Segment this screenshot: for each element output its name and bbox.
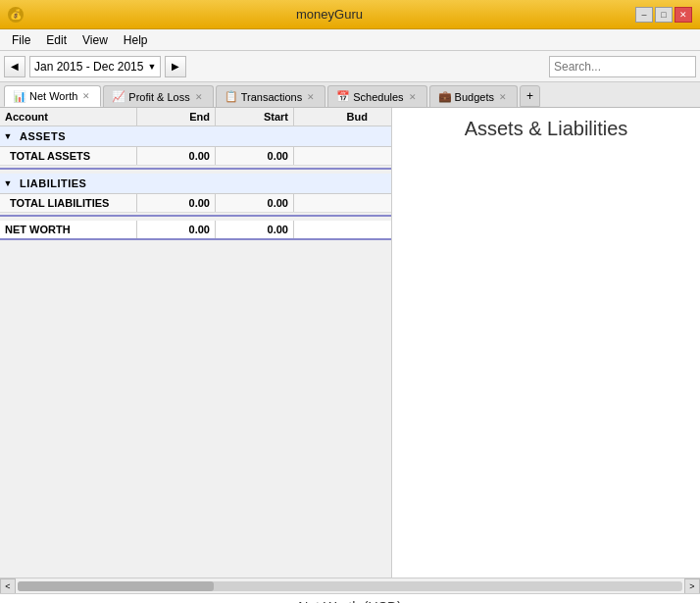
budgets-tab-label: Budgets (455, 91, 494, 103)
scroll-track[interactable] (18, 581, 682, 591)
profit-loss-tab-icon: 📈 (112, 90, 125, 103)
assets-section-header: ▼ ASSETS (0, 126, 391, 147)
profit-loss-tab-label: Profit & Loss (128, 91, 189, 103)
date-range-select[interactable]: Jan 2015 - Dec 2015 ▼ (29, 56, 161, 77)
total-liabilities-label: TOTAL LIABILITIES (0, 194, 137, 212)
total-liabilities-budget (294, 194, 373, 212)
app-icon: 💰 (8, 7, 24, 23)
col-header-budget: Bud (294, 108, 373, 126)
profit-loss-tab-close[interactable]: ✕ (193, 91, 205, 103)
window-controls: – □ ✕ (635, 7, 692, 23)
table-header: Account End Start Bud (0, 108, 391, 126)
total-assets-end: 0.00 (137, 147, 216, 165)
next-period-button[interactable]: ▶ (165, 56, 186, 77)
total-assets-budget (294, 147, 373, 165)
liabilities-underline (0, 213, 391, 217)
tab-net-worth[interactable]: 📊 Net Worth ✕ (4, 85, 101, 107)
schedules-tab-label: Schedules (353, 91, 403, 103)
menu-help[interactable]: Help (116, 31, 156, 49)
toolbar: ◀ Jan 2015 - Dec 2015 ▼ ▶ (0, 51, 700, 82)
add-tab-button[interactable]: + (520, 85, 540, 107)
net-worth-end: 0.00 (137, 221, 216, 238)
search-input[interactable] (554, 60, 691, 74)
budgets-tab-icon: 💼 (438, 90, 452, 103)
assets-underline (0, 166, 391, 170)
schedules-tab-close[interactable]: ✕ (407, 91, 419, 103)
total-assets-label: TOTAL ASSETS (0, 147, 137, 165)
dropdown-arrow-icon: ▼ (147, 62, 160, 72)
assets-expand-icon[interactable]: ▼ (0, 128, 16, 144)
menu-edit[interactable]: Edit (38, 31, 75, 49)
assets-section-label: ASSETS (16, 129, 70, 143)
chart-area: Net Worth (USD) 100 80 60 40 20 0 Jan (0, 593, 700, 603)
col-header-account: Account (0, 108, 137, 126)
minimize-button[interactable]: – (635, 7, 653, 23)
net-worth-label: NET WORTH (0, 221, 137, 238)
net-worth-row: NET WORTH 0.00 0.00 (0, 221, 391, 240)
maximize-button[interactable]: □ (655, 7, 673, 23)
net-worth-start: 0.00 (216, 221, 294, 238)
col-header-end: End (137, 108, 216, 126)
close-button[interactable]: ✕ (675, 7, 692, 23)
tab-profit-loss[interactable]: 📈 Profit & Loss ✕ (103, 85, 213, 107)
net-worth-tab-label: Net Worth (29, 90, 77, 102)
date-range-label: Jan 2015 - Dec 2015 (30, 60, 147, 74)
liabilities-expand-icon[interactable]: ▼ (0, 176, 16, 191)
scroll-right-button[interactable]: > (684, 578, 700, 594)
budgets-tab-close[interactable]: ✕ (497, 91, 509, 103)
search-box[interactable] (549, 56, 696, 77)
scrollbar-area: < > (0, 578, 700, 593)
table-panel: Account End Start Bud ▼ ASSETS TOTAL ASS… (0, 108, 392, 578)
tab-schedules[interactable]: 📅 Schedules ✕ (327, 85, 426, 107)
transactions-tab-icon: 📋 (225, 90, 238, 103)
scroll-left-button[interactable]: < (0, 578, 16, 594)
table-body: ▼ ASSETS TOTAL ASSETS 0.00 0.00 ▼ LIABIL… (0, 126, 391, 578)
total-liabilities-start: 0.00 (216, 194, 294, 212)
liabilities-section-header: ▼ LIABILITIES (0, 174, 391, 194)
scroll-thumb[interactable] (18, 581, 214, 591)
tab-budgets[interactable]: 💼 Budgets ✕ (429, 85, 518, 107)
chart-title: Net Worth (USD) (0, 599, 700, 603)
total-liabilities-row: TOTAL LIABILITIES 0.00 0.00 (0, 194, 391, 213)
total-assets-row: TOTAL ASSETS 0.00 0.00 (0, 147, 391, 166)
title-bar: 💰 moneyGuru – □ ✕ (0, 0, 700, 29)
right-panel: Assets & Liabilities (392, 108, 700, 578)
window-title: moneyGuru (24, 7, 635, 22)
transactions-tab-label: Transactions (241, 91, 303, 103)
liabilities-section-label: LIABILITIES (16, 176, 90, 190)
right-panel-title: Assets & Liabilities (465, 118, 628, 140)
menu-file[interactable]: File (4, 31, 38, 49)
menu-view[interactable]: View (75, 31, 116, 49)
menu-bar: File Edit View Help (0, 29, 700, 51)
tab-transactions[interactable]: 📋 Transactions ✕ (216, 85, 326, 107)
net-worth-tab-icon: 📊 (13, 90, 26, 103)
prev-period-button[interactable]: ◀ (4, 56, 25, 77)
schedules-tab-icon: 📅 (336, 90, 350, 103)
tabs-bar: 📊 Net Worth ✕ 📈 Profit & Loss ✕ 📋 Transa… (0, 82, 700, 108)
col-header-start: Start (216, 108, 294, 126)
main-content: Account End Start Bud ▼ ASSETS TOTAL ASS… (0, 108, 700, 578)
net-worth-tab-close[interactable]: ✕ (80, 90, 92, 102)
total-liabilities-end: 0.00 (137, 194, 216, 212)
transactions-tab-close[interactable]: ✕ (305, 91, 317, 103)
total-assets-start: 0.00 (216, 147, 294, 165)
net-worth-budget (294, 221, 373, 238)
